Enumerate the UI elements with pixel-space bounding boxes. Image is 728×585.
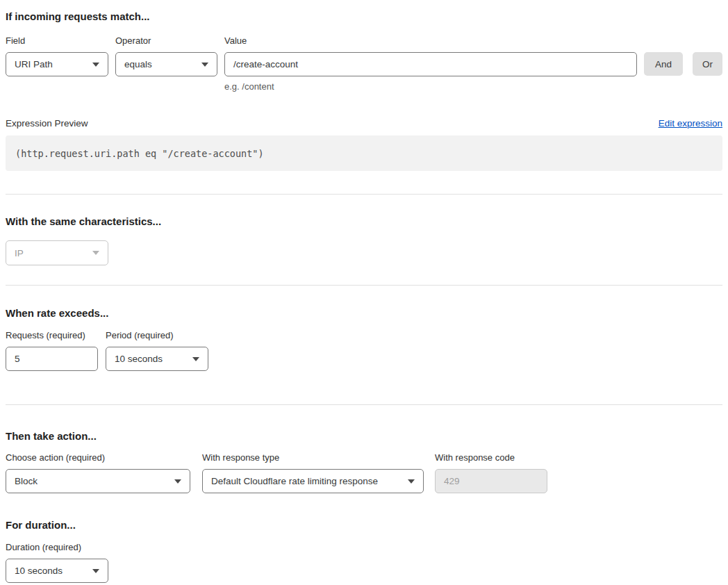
action-controls-row: Choose action (required) Block With resp… [6,452,722,493]
operator-select-value: equals [124,59,152,69]
section-title-characteristics: With the same characteristics... [6,215,722,227]
chevron-down-icon [192,357,199,361]
duration-select[interactable]: 10 seconds [6,559,108,583]
field-group-response-type: With response type Default Cloudflare ra… [202,452,424,493]
match-controls-row: Field URI Path Operator equals Value e.g… [6,35,722,92]
response-code-input [435,469,547,493]
expression-preview-header: Expression Preview Edit expression [6,118,722,129]
requests-input[interactable] [6,347,98,371]
duration-controls-row: Duration (required) 10 seconds [6,542,722,583]
chevron-down-icon [174,479,181,484]
response-type-select-value: Default Cloudflare rate limiting respons… [211,476,378,486]
and-button[interactable]: And [644,52,683,76]
section-title-action: Then take action... [6,430,722,442]
section-title-duration: For duration... [6,519,722,531]
field-group-value: Value e.g. /content [224,35,637,92]
field-group-response-code: With response code [435,452,547,493]
section-title-incoming-requests: If incoming requests match... [6,10,722,22]
chevron-down-icon [92,569,99,573]
field-group-duration: Duration (required) 10 seconds [6,542,108,583]
expression-preview-box: (http.request.uri.path eq "/create-accou… [6,135,722,171]
or-button[interactable]: Or [693,52,722,76]
value-label: Value [224,35,637,46]
edit-expression-link[interactable]: Edit expression [659,118,722,129]
choose-action-select-value: Block [15,476,38,486]
period-label: Period (required) [106,330,208,340]
period-select[interactable]: 10 seconds [106,347,208,371]
duration-label: Duration (required) [6,542,108,552]
rate-limiting-rule-form: If incoming requests match... Field URI … [0,0,728,585]
section-divider [6,285,722,286]
value-input[interactable] [224,52,637,76]
requests-label: Requests (required) [6,330,98,340]
section-divider [6,404,722,405]
field-group-operator: Operator equals [115,35,217,76]
duration-select-value: 10 seconds [15,566,63,576]
field-group-period: Period (required) 10 seconds [106,330,208,371]
section-title-rate: When rate exceeds... [6,307,722,319]
field-group-field: Field URI Path [6,35,108,76]
characteristic-select[interactable]: IP [6,240,108,265]
field-select[interactable]: URI Path [6,52,108,76]
response-type-label: With response type [202,452,424,463]
response-type-select[interactable]: Default Cloudflare rate limiting respons… [202,469,424,493]
choose-action-select[interactable]: Block [6,469,190,493]
chevron-down-icon [92,251,99,255]
expression-preview-label: Expression Preview [6,118,88,129]
field-label: Field [6,35,108,46]
period-select-value: 10 seconds [115,354,163,364]
response-code-label: With response code [435,452,547,463]
chevron-down-icon [92,63,99,67]
chevron-down-icon [408,479,415,484]
section-divider [6,194,722,195]
field-select-value: URI Path [15,59,53,69]
characteristic-select-value: IP [15,248,24,258]
rate-controls-row: Requests (required) Period (required) 10… [6,330,722,371]
expression-code: (http.request.uri.path eq "/create-accou… [15,148,264,159]
choose-action-label: Choose action (required) [6,452,190,463]
operator-label: Operator [115,35,217,46]
chevron-down-icon [201,63,208,67]
value-hint: e.g. /content [224,81,637,92]
field-group-choose-action: Choose action (required) Block [6,452,190,493]
operator-select[interactable]: equals [115,52,217,76]
field-group-requests: Requests (required) [6,330,98,371]
